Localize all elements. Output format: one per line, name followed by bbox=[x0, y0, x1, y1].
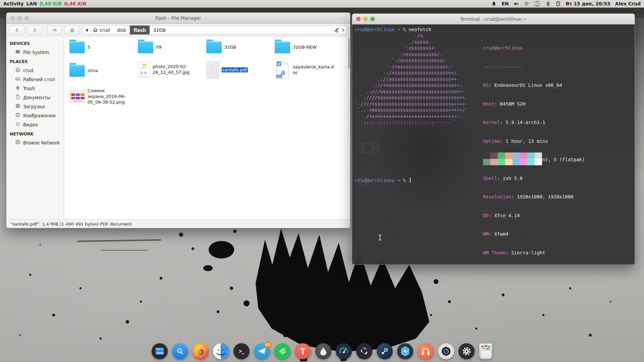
clock[interactable]: Вт 15 дек, 20:53 bbox=[566, 1, 610, 6]
minimize-button[interactable] bbox=[17, 16, 22, 20]
dock-file-manager-icon[interactable] bbox=[213, 343, 229, 359]
file-item-santafe-pdf[interactable]: santafe.pdf bbox=[206, 61, 265, 79]
scrollbar-thumb[interactable] bbox=[348, 38, 350, 69]
sidebar-item-browse-network[interactable]: Browse Network bbox=[6, 138, 64, 147]
sidebar-item-label: File System bbox=[23, 50, 49, 55]
terminal-content[interactable]: ER G crud@archlinux ~ % neofetch ./o. ./… bbox=[352, 24, 635, 264]
terminal-prompt: crud@archlinux ~ % bbox=[355, 177, 411, 184]
mouse-ibeam-cursor bbox=[378, 234, 382, 241]
dock-water-drop-icon[interactable] bbox=[315, 343, 331, 359]
dock-firefox-icon[interactable] bbox=[193, 343, 209, 359]
close-button[interactable] bbox=[356, 17, 361, 21]
dock-obs-icon[interactable] bbox=[356, 343, 372, 359]
breadcrumb-scroll-right-icon[interactable] bbox=[342, 28, 345, 32]
dock-headphones-icon[interactable] bbox=[418, 343, 434, 359]
wifi-icon[interactable] bbox=[524, 1, 530, 7]
prompt-symbol: ~ % bbox=[394, 178, 409, 183]
volume-icon[interactable] bbox=[514, 1, 519, 7]
file-item-folder-zima[interactable]: zima bbox=[69, 65, 131, 77]
dock-settings-icon[interactable] bbox=[459, 343, 475, 359]
home-icon bbox=[15, 67, 20, 73]
dock-trash-icon[interactable] bbox=[479, 343, 492, 359]
sidebar-item-label: Загрузки bbox=[23, 104, 45, 109]
file-item-zayavlenie-doc[interactable]: W a DOC zayavlenie_karta.doc bbox=[275, 61, 336, 79]
file-item-folder-09[interactable]: 09 bbox=[138, 41, 200, 53]
trash-icon bbox=[15, 85, 20, 92]
dock-search-icon[interactable] bbox=[172, 343, 188, 359]
file-item-folder-32gb-new[interactable]: 32GB-NEW bbox=[275, 41, 336, 53]
file-item-folder-5[interactable]: 5 bbox=[69, 41, 131, 53]
desktop: { "menubar": { "app_label": "Activity", … bbox=[0, 0, 644, 362]
sidebar-item-video[interactable]: Видео bbox=[6, 120, 64, 129]
dock-t-app-icon[interactable]: T bbox=[295, 343, 311, 359]
text-cursor bbox=[410, 178, 411, 183]
maximize-button[interactable] bbox=[24, 16, 29, 20]
sidebar-item-file-system[interactable]: File System bbox=[6, 48, 64, 57]
sidebar-item-desktop[interactable]: Рабочий стол bbox=[6, 75, 64, 84]
sidebar-item-trash[interactable]: Trash bbox=[6, 84, 64, 93]
dock-telegram-icon[interactable]: 63 bbox=[254, 343, 270, 359]
file-manager-toolbar: crud disk flash 32GB bbox=[6, 24, 350, 37]
close-button[interactable] bbox=[10, 16, 15, 20]
minimize-button[interactable] bbox=[363, 17, 368, 21]
file-item-folder-32gb[interactable]: 32GB bbox=[206, 41, 268, 53]
dock-steam-icon[interactable] bbox=[377, 343, 393, 359]
sidebar-item-label: Browse Network bbox=[23, 140, 60, 145]
sidebar-item-label: Видео bbox=[23, 122, 38, 127]
forward-button[interactable] bbox=[27, 26, 42, 35]
back-button[interactable] bbox=[9, 26, 24, 35]
terminal-window: Terminal - crud@archlinux:~ ER G crud@ar… bbox=[352, 13, 635, 265]
file-manager-statusbar: "santafe.pdf": 1,4 MiB (1 490 491 bytes)… bbox=[6, 219, 350, 228]
neofetch-host-line: crud@archlinux bbox=[483, 45, 523, 51]
folder-icon bbox=[69, 41, 85, 53]
sidebar-item-label: Trash bbox=[23, 86, 35, 91]
terminal-titlebar[interactable]: Terminal - crud@archlinux:~ bbox=[352, 14, 635, 24]
home-button[interactable] bbox=[64, 26, 79, 35]
dock-workspaces-icon[interactable] bbox=[152, 343, 168, 359]
command-text: neofetch bbox=[409, 27, 431, 32]
telegram-tray-badge[interactable]: 63 bbox=[534, 1, 540, 7]
terminal-command-line: crud@archlinux ~ % neofetch bbox=[355, 26, 632, 33]
neofetch-info: crud@archlinux -------------- OS: Endeav… bbox=[483, 33, 613, 265]
breadcrumb-32gb[interactable]: 32GB bbox=[150, 25, 169, 35]
dock-audio-effects-icon[interactable] bbox=[397, 343, 413, 359]
file-manager-titlebar[interactable]: flash - File Manager bbox=[6, 13, 350, 24]
selected-file-name: santafe.pdf bbox=[222, 67, 248, 72]
network-icon bbox=[15, 139, 20, 146]
user-menu[interactable]: Alex Crud bbox=[615, 1, 641, 6]
breadcrumb-label: 32GB bbox=[153, 27, 166, 33]
file-name: 32GB bbox=[224, 45, 268, 50]
file-item-photo-jpg[interactable]: photo_2020-02-26_12_40_57.jpg bbox=[139, 62, 196, 77]
breadcrumb-scroll-left-icon[interactable] bbox=[86, 28, 88, 32]
images-icon bbox=[15, 112, 20, 119]
sidebar-heading-network: NETWORK bbox=[6, 129, 64, 138]
maximize-button[interactable] bbox=[370, 17, 375, 21]
statusbar-text: "santafe.pdf": 1,4 MiB (1 490 491 bytes)… bbox=[10, 222, 132, 227]
prompt-symbol: ~ % bbox=[394, 27, 409, 32]
breadcrumb-crud[interactable]: crud bbox=[89, 25, 113, 35]
edit-path-icon[interactable] bbox=[334, 26, 340, 34]
sidebar-item-documents[interactable]: Документы bbox=[6, 93, 64, 102]
dock-system-monitor-icon[interactable] bbox=[336, 343, 352, 359]
breadcrumb-disk[interactable]: disk bbox=[113, 25, 130, 35]
dock-terminal-icon[interactable]: >_ bbox=[233, 343, 250, 359]
dock-camera-icon[interactable] bbox=[438, 343, 454, 359]
sidebar-item-downloads[interactable]: Загрузки bbox=[6, 102, 64, 111]
notification-bell-icon[interactable] bbox=[491, 1, 497, 7]
sidebar-item-crud[interactable]: crud bbox=[6, 66, 64, 75]
file-name: photo_2020-02-26_12_40_57.jpg bbox=[153, 64, 196, 75]
sidebar-item-images[interactable]: Изображения bbox=[6, 111, 64, 120]
keyboard-layout[interactable]: EN bbox=[501, 1, 508, 6]
up-button[interactable] bbox=[47, 26, 62, 35]
desktop-icon bbox=[15, 76, 20, 82]
breadcrumb-label: flash bbox=[133, 27, 146, 33]
file-manager-window: flash - File Manager crud disk flash 32G… bbox=[6, 12, 351, 228]
file-item-screenshot-png[interactable]: Снимок экрана_2016-06-05_06-38-52.png bbox=[69, 88, 131, 105]
net-label: LAN bbox=[26, 1, 37, 6]
breadcrumb-flash-selected[interactable]: flash bbox=[130, 25, 150, 35]
dock-spotify-icon[interactable] bbox=[274, 343, 290, 359]
bluetooth-icon[interactable] bbox=[545, 1, 551, 7]
power-plug-icon[interactable] bbox=[555, 1, 561, 7]
sidebar-item-label: Рабочий стол bbox=[23, 77, 55, 82]
breadcrumb-label: crud bbox=[100, 27, 110, 33]
